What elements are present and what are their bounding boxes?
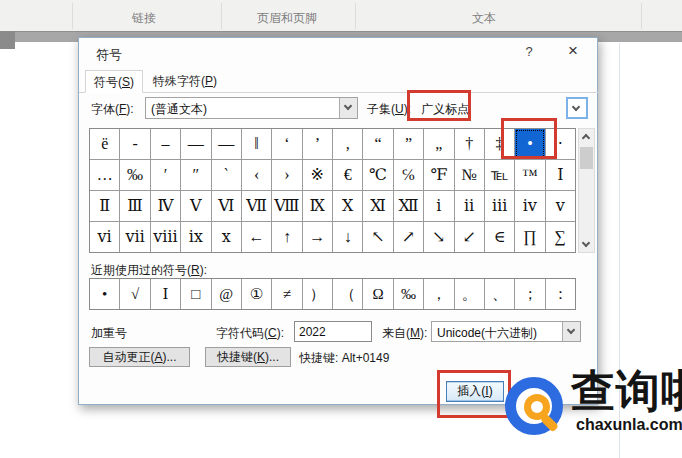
symbol-cell[interactable]: ↘ — [424, 222, 453, 252]
symbol-cell[interactable]: “ — [363, 129, 392, 159]
autocorrect-button[interactable]: 自动更正(A)... — [89, 347, 190, 367]
symbol-cell[interactable]: Ⅰ — [151, 279, 180, 309]
symbol-cell[interactable]: ※ — [303, 160, 332, 190]
symbol-cell[interactable]: ； — [515, 279, 544, 309]
symbol-cell[interactable]: ∑ — [546, 222, 575, 252]
symbol-cell[interactable]: ⅴ — [546, 191, 575, 221]
symbol-cell[interactable]: ← — [242, 222, 271, 252]
symbol-cell[interactable]: Ⅳ — [151, 191, 180, 221]
symbol-cell[interactable]: ↑ — [272, 222, 301, 252]
symbol-cell[interactable]: → — [303, 222, 332, 252]
symbol-cell[interactable]: ↗ — [394, 222, 423, 252]
symbol-cell[interactable]: ） — [303, 279, 332, 309]
symbol-cell[interactable]: ” — [394, 129, 423, 159]
symbol-cell[interactable]: ， — [424, 279, 453, 309]
from-combobox[interactable]: Unicode(十六进制) — [431, 321, 581, 342]
symbol-cell[interactable]: Ⅸ — [303, 191, 332, 221]
symbol-cell[interactable]: № — [455, 160, 484, 190]
symbol-cell[interactable]: Ⅺ — [363, 191, 392, 221]
symbol-cell[interactable]: - — [120, 129, 149, 159]
symbol-cell[interactable]: ″ — [181, 160, 210, 190]
symbol-cell[interactable]: • — [90, 279, 119, 309]
symbol-cell[interactable]: ‰ — [120, 160, 149, 190]
symbol-cell[interactable]: @ — [212, 279, 241, 309]
symbol-cell[interactable]: › — [272, 160, 301, 190]
symbol-cell[interactable]: □ — [181, 279, 210, 309]
symbol-cell[interactable]: Ⅲ — [120, 191, 149, 221]
symbol-cell[interactable]: † — [455, 129, 484, 159]
symbol-cell[interactable]: Ⅱ — [90, 191, 119, 221]
symbol-cell[interactable]: ℉ — [424, 160, 453, 190]
tab-special-characters[interactable]: 特殊字符(P) — [145, 70, 225, 93]
symbol-cell[interactable]: ⅸ — [181, 222, 210, 252]
symbol-cell[interactable]: Ⅶ — [242, 191, 271, 221]
shortcut-key-button[interactable]: 快捷键(K)... — [205, 347, 291, 367]
symbol-cell[interactable]: – — [151, 129, 180, 159]
symbol-cell[interactable]: ⅹ — [212, 222, 241, 252]
ribbon-group-text[interactable]: 文本 — [472, 10, 496, 27]
scrollbar-thumb[interactable] — [580, 147, 593, 169]
symbol-cell[interactable]: ‖ — [242, 129, 271, 159]
chevron-down-icon — [344, 102, 352, 110]
symbol-cell[interactable]: ‹ — [242, 160, 271, 190]
grid-scrollbar[interactable] — [578, 128, 595, 253]
symbol-cell[interactable]: Ω — [363, 279, 392, 309]
character-code-input[interactable] — [294, 321, 372, 342]
symbol-cell[interactable]: ⅷ — [151, 222, 180, 252]
symbol-cell[interactable]: ∏ — [515, 222, 544, 252]
symbol-cell[interactable]: ‰ — [394, 279, 423, 309]
from-combobox-dropdown-button[interactable] — [562, 322, 580, 341]
symbol-cell[interactable]: ′ — [151, 160, 180, 190]
symbol-cell[interactable]: 、 — [485, 279, 514, 309]
symbol-cell[interactable]: ë — [90, 129, 119, 159]
symbol-cell[interactable]: ― — [212, 129, 241, 159]
tab-symbols[interactable]: 符号(S) — [85, 70, 143, 93]
symbol-cell[interactable]: ⅱ — [455, 191, 484, 221]
scroll-down-button[interactable] — [579, 237, 594, 252]
symbol-cell[interactable]: ↙ — [455, 222, 484, 252]
symbol-cell[interactable]: Ⅵ — [212, 191, 241, 221]
ribbon-group-links[interactable]: 链接 — [132, 10, 156, 27]
symbol-cell[interactable]: √ — [120, 279, 149, 309]
symbol-cell[interactable]: „ — [424, 129, 453, 159]
symbol-cell[interactable]: ‵ — [212, 160, 241, 190]
scroll-up-button[interactable] — [579, 129, 594, 144]
symbol-cell[interactable]: ℡ — [485, 160, 514, 190]
symbol-cell[interactable]: ⅳ — [515, 191, 544, 221]
symbol-cell[interactable]: ≠ — [272, 279, 301, 309]
help-icon[interactable]: ? — [519, 44, 539, 62]
symbol-cell[interactable]: ∈ — [485, 222, 514, 252]
symbol-cell[interactable]: ↖ — [363, 222, 392, 252]
symbol-cell[interactable]: 。 — [455, 279, 484, 309]
subset-combobox-dropdown-button[interactable] — [566, 97, 588, 119]
symbol-cell[interactable]: （ — [333, 279, 362, 309]
font-combobox-dropdown-button[interactable] — [339, 98, 357, 118]
symbol-cell[interactable]: Ⅴ — [181, 191, 210, 221]
symbol-cell[interactable]: ℅ — [394, 160, 423, 190]
symbol-cell[interactable]: ↓ — [333, 222, 362, 252]
character-code-label: 字符代码(C): — [216, 325, 284, 342]
symbol-cell[interactable]: — — [181, 129, 210, 159]
symbol-cell[interactable]: ’ — [303, 129, 332, 159]
symbol-cell[interactable]: Ⅷ — [272, 191, 301, 221]
symbol-cell[interactable]: ① — [242, 279, 271, 309]
symbol-cell[interactable]: Ⅻ — [394, 191, 423, 221]
ribbon-group-header-footer[interactable]: 页眉和页脚 — [257, 10, 317, 27]
symbol-cell[interactable]: ⅲ — [485, 191, 514, 221]
symbol-cell[interactable]: Ⅹ — [333, 191, 362, 221]
symbol-cell[interactable]: ⅶ — [120, 222, 149, 252]
symbol-cell[interactable]: ™ — [515, 160, 544, 190]
recent-symbols-row: •√Ⅰ□@①≠）（Ω‰，。、；： — [89, 278, 576, 310]
symbol-cell[interactable]: ‚ — [333, 129, 362, 159]
symbol-cell[interactable]: Ⅰ — [546, 160, 575, 190]
font-combobox[interactable]: (普通文本) — [145, 97, 358, 119]
symbol-cell[interactable]: ⅰ — [424, 191, 453, 221]
close-icon[interactable]: × — [561, 41, 585, 63]
symbol-cell[interactable]: ℃ — [363, 160, 392, 190]
symbol-cell[interactable]: € — [333, 160, 362, 190]
symbol-cell[interactable]: ‘ — [272, 129, 301, 159]
symbol-cell[interactable]: ： — [546, 279, 575, 309]
symbol-cell[interactable]: ⅵ — [90, 222, 119, 252]
tab-symbols-label: 符号( — [94, 75, 122, 89]
symbol-cell[interactable]: … — [90, 160, 119, 190]
